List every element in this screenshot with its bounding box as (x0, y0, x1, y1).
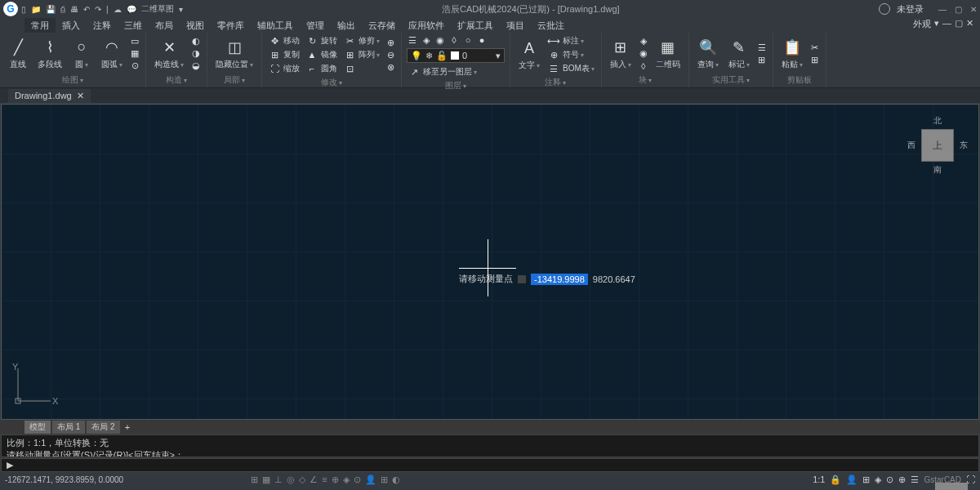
qat-dropdown-icon[interactable]: ▾ (179, 5, 183, 14)
app-logo[interactable]: G (3, 2, 18, 16)
c3-icon[interactable]: ◒ (190, 60, 202, 72)
trim-button[interactable]: ✂修剪 (342, 34, 381, 47)
model-tab[interactable]: 模型 (24, 421, 51, 434)
s11-icon[interactable]: 👤 (365, 474, 376, 485)
qat-print-icon[interactable]: 🖶 (70, 5, 78, 14)
maximize-icon[interactable]: ▢ (955, 5, 962, 14)
sr2-icon[interactable]: 👤 (846, 474, 858, 485)
file-tab[interactable]: Drawing1.dwg✕ (8, 89, 91, 103)
osnap-icon[interactable]: ◇ (299, 474, 305, 485)
array-button[interactable]: ⊞阵列 (342, 48, 381, 61)
qr-button[interactable]: ▦二维码 (653, 36, 684, 72)
tab-manage[interactable]: 管理 (300, 18, 331, 33)
tab-ext[interactable]: 扩展工具 (451, 18, 500, 33)
doc-close-icon[interactable]: ✕ (966, 18, 973, 33)
close-icon[interactable]: ✕ (970, 5, 977, 14)
layout1-tab[interactable]: 布局 1 (52, 421, 85, 434)
find-button[interactable]: 🔍查询 (694, 36, 722, 72)
qat-chat-icon[interactable]: 💬 (127, 5, 136, 14)
scale-button[interactable]: ⛶缩放 (267, 62, 301, 75)
m5-icon[interactable]: ⊖ (385, 49, 396, 60)
add-layout-icon[interactable]: + (125, 422, 130, 432)
panel-annotate-title[interactable]: 注释 (515, 75, 596, 88)
qat-workspace[interactable]: 二维草图 (141, 3, 174, 15)
copy-button[interactable]: ⊞复制 (267, 48, 301, 61)
cut-icon[interactable]: ✂ (809, 42, 821, 53)
otrack-icon[interactable]: ∠ (310, 474, 318, 485)
hatch-icon[interactable]: ▦ (129, 48, 140, 60)
qat-export-icon[interactable]: ⎙ (60, 5, 65, 14)
point-icon[interactable]: ⊙ (129, 60, 140, 72)
mirror-button[interactable]: ▲镜像 (305, 48, 339, 61)
text-button[interactable]: A文字 (515, 37, 543, 73)
qat-new-icon[interactable]: ▯ (21, 5, 26, 14)
dyn-icon[interactable]: ⊕ (332, 474, 339, 485)
m3-button[interactable]: ⊡ (342, 62, 381, 75)
insert-button[interactable]: ⊞插入 (607, 36, 635, 72)
coord-x-input[interactable]: -13419.9998 (531, 274, 588, 285)
s13-icon[interactable]: ◐ (392, 474, 400, 485)
mark-button[interactable]: ✎标记 (725, 36, 753, 72)
drawing-canvas[interactable]: 请移动测量点 -13419.9998 9820.6647 YX 上 北 南 东 … (1, 104, 979, 420)
tab-layout[interactable]: 布局 (149, 18, 180, 33)
tab-cloudnote[interactable]: 云批注 (531, 18, 571, 33)
ortho-icon[interactable]: ⊥ (274, 474, 283, 485)
dim-button[interactable]: ⟷标注 (546, 34, 596, 47)
copy-clip-icon[interactable]: ⊞ (809, 54, 821, 65)
view-cube[interactable]: 上 北 南 东 西 (909, 117, 966, 174)
qat-save-icon[interactable]: 💾 (46, 5, 56, 14)
tab-close-icon[interactable]: ✕ (77, 91, 84, 101)
panel-hide-title[interactable]: 局部 (212, 73, 256, 86)
panel-modify-title[interactable]: 修改 (267, 75, 396, 88)
paste-button[interactable]: 📋粘贴 (778, 36, 806, 72)
qat-open-icon[interactable]: 📁 (31, 5, 41, 14)
m4-icon[interactable]: ⊕ (385, 37, 396, 48)
fillet-button[interactable]: ⌐圆角 (305, 62, 339, 75)
doc-max-icon[interactable]: ▢ (955, 18, 963, 33)
sr5-icon[interactable]: ⊙ (886, 474, 893, 485)
qat-undo-icon[interactable]: ↶ (83, 5, 90, 14)
qat-cloud-icon[interactable]: ☁ (114, 5, 122, 14)
tab-output[interactable]: 输出 (331, 18, 362, 33)
layout2-tab[interactable]: 布局 2 (87, 421, 119, 434)
s12-icon[interactable]: ⊞ (381, 474, 388, 485)
layer-icon[interactable]: ☰ (407, 34, 418, 46)
tab-insert[interactable]: 插入 (56, 18, 87, 33)
sr1-icon[interactable]: 🔒 (830, 474, 841, 485)
doc-min-icon[interactable]: — (942, 18, 951, 33)
m6-icon[interactable]: ⊗ (385, 61, 396, 73)
login-status[interactable]: 未登录 (897, 3, 924, 16)
c2-icon[interactable]: ◑ (190, 48, 202, 60)
sr4-icon[interactable]: ◈ (875, 474, 881, 485)
panel-draw-title[interactable]: 绘图 (5, 73, 140, 86)
panel-block-title[interactable]: 块 (607, 73, 684, 86)
movelayer-button[interactable]: ↗移至另一图层 (407, 65, 505, 78)
sym-button[interactable]: ⊕符号 (546, 48, 596, 61)
tab-view[interactable]: 视图 (180, 18, 211, 33)
scale-label[interactable]: 1:1 (813, 474, 825, 484)
panel-util-title[interactable]: 实用工具 (694, 73, 768, 86)
sr6-icon[interactable]: ⊕ (898, 474, 906, 485)
rotate-button[interactable]: ↻旋转 (305, 34, 339, 47)
panel-layer-title[interactable]: 图层 (407, 78, 505, 91)
appearance-label[interactable]: 外观 (913, 18, 931, 33)
minimize-icon[interactable]: — (938, 5, 947, 14)
sr3-icon[interactable]: ⊞ (862, 474, 870, 485)
panel-construct-title[interactable]: 构造 (151, 73, 202, 86)
tab-home[interactable]: 常用 (24, 18, 56, 33)
tab-cloud[interactable]: 云存储 (362, 18, 402, 33)
s10-icon[interactable]: ⊙ (354, 474, 361, 485)
xline-button[interactable]: ✕构造线 (151, 36, 187, 72)
bom-button[interactable]: ☰BOM表 (546, 62, 596, 75)
tab-aux[interactable]: 辅助工具 (251, 18, 300, 33)
circle-button[interactable]: ○圆 (69, 36, 95, 72)
snap-icon[interactable]: ⊞ (251, 474, 258, 485)
s9-icon[interactable]: ◈ (343, 474, 350, 485)
command-input[interactable] (16, 461, 973, 470)
hide-button[interactable]: ◫隐藏位置 (212, 36, 256, 72)
move-button[interactable]: ✥移动 (267, 34, 301, 47)
arc-button[interactable]: ◠圆弧 (98, 36, 126, 72)
polyline-button[interactable]: ⌇多段线 (34, 36, 65, 72)
lwt-icon[interactable]: ≡ (322, 474, 327, 485)
qat-redo-icon[interactable]: ↷ (95, 5, 101, 14)
